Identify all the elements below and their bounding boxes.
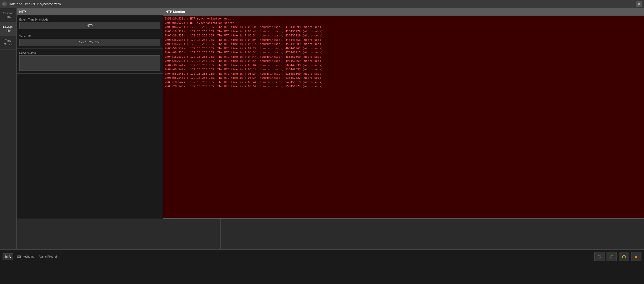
- status-orange-btn[interactable]: ▶: [631, 252, 641, 261]
- status-icons: ⬡ ⬡ ⬡ ▶: [594, 252, 641, 261]
- server-name-section: Server Name: [17, 49, 163, 74]
- server-ip-section: Server IP 172.16.250.155: [17, 32, 163, 49]
- status-green-btn[interactable]: ⬡: [607, 252, 617, 261]
- monitor-line-10: 7h04m28.539s : 172.16.250.155: The UTC t…: [165, 59, 642, 63]
- monitor-line-7: 7h03m58.537s : 172.16.250.155: The UTC t…: [165, 46, 642, 51]
- monitor-line-4: 7h03m28.531s : 172.16.250.155: The UTC t…: [165, 34, 642, 38]
- main-layout: Session Time Daylight Info Time Server N…: [0, 8, 644, 249]
- window-icon: ⏱: [2, 2, 7, 6]
- monitor-line-8: 7h04m08.538s : 172.16.250.155: The UTC t…: [165, 51, 642, 55]
- monitor-line-13: 7h04m58.543s : 172.16.250.155: The UTC t…: [165, 72, 642, 76]
- ntp-monitor-panel: NTP Monitor 6h59m20.519s : NTP synchroni…: [163, 8, 644, 219]
- monitor-line-14: 7h05m08.545s : 172.16.250.155: The UTC t…: [165, 76, 642, 80]
- keyboard-icon: ⌨: [17, 255, 21, 258]
- monitor-line-15: 7h05m18.547s : 172.16.250.155: The UTC t…: [165, 80, 642, 85]
- sidebar: Session Time Daylight Info Time Server: [0, 8, 17, 249]
- sidebar-item-session-time[interactable]: Session Time: [0, 8, 16, 22]
- sidebar-item-time-server[interactable]: Time Server: [0, 36, 16, 50]
- extern-timesync-value: NTP: [19, 22, 160, 29]
- sidebar-item-daylight-info[interactable]: Daylight Info: [0, 22, 16, 36]
- monitor-line-0: 6h59m20.519s : NTP synchronization ends: [165, 17, 642, 21]
- title-bar: ⏱ Date and Time (NTP synchronized) ✕: [0, 0, 644, 8]
- keyboard-indicator: ⌨ keyboard: [17, 255, 34, 258]
- logo: M A: [3, 253, 13, 260]
- monitor-line-11: 7h04m38.541s : 172.16.250.155: The UTC t…: [165, 63, 642, 68]
- monitor-line-2: 7h03m08.528s : 172.16.250.155: The UTC t…: [165, 25, 642, 30]
- monitor-line-5: 7h03m38.533s : 172.16.250.155: The UTC t…: [165, 38, 642, 42]
- user-indicator: Admin[Fixture]>: [39, 255, 58, 258]
- footer-right-panel: [221, 219, 644, 249]
- status-bar: M A ⌨ keyboard Admin[Fixture]> ⬡ ⬡ ⬡ ▶: [0, 249, 644, 263]
- title-bar-left: ⏱ Date and Time (NTP synchronized): [2, 2, 61, 6]
- monitor-line-12: 7h04m48.542s : 172.16.250.155: The UTC t…: [165, 67, 642, 72]
- ntp-monitor-log[interactable]: 6h59m20.519s : NTP synchronization ends7…: [163, 15, 644, 219]
- ntp-panel-header: NTP: [17, 8, 163, 15]
- network-icon-btn[interactable]: ⬡: [594, 252, 604, 261]
- ntp-monitor-header: NTP Monitor: [163, 8, 644, 15]
- panels: NTP Extern TimeSync Mode NTP Server IP 1…: [17, 8, 644, 219]
- monitor-line-3: 7h03m18.529s : 172.16.250.155: The UTC t…: [165, 30, 642, 34]
- footer-panels: [17, 219, 644, 249]
- extern-timesync-label: Extern TimeSync Mode: [19, 18, 160, 21]
- status-yellow-btn[interactable]: ⬡: [619, 252, 629, 261]
- footer-left-panel: [17, 219, 221, 249]
- server-ip-value: 172.16.250.155: [19, 39, 160, 46]
- monitor-line-9: 7h04m18.539s : 172.16.250.155: The UTC t…: [165, 55, 642, 59]
- monitor-line-6: 7h03m48.535s : 172.16.250.155: The UTC t…: [165, 42, 642, 46]
- content-area: NTP Extern TimeSync Mode NTP Server IP 1…: [17, 8, 644, 249]
- extern-timesync-section: Extern TimeSync Mode NTP: [17, 15, 163, 32]
- monitor-line-16: 7h05m28.548s : 172.16.250.155: The UTC t…: [165, 84, 642, 89]
- server-name-value: [19, 55, 160, 71]
- ntp-panel: NTP Extern TimeSync Mode NTP Server IP 1…: [17, 8, 163, 219]
- close-button[interactable]: ✕: [636, 1, 642, 7]
- keyboard-label: keyboard: [23, 255, 34, 258]
- server-ip-label: Server IP: [19, 35, 160, 38]
- window-title: Date and Time (NTP synchronized): [9, 2, 61, 6]
- monitor-line-1: 7h03m08.527s : NTP synchronization start…: [165, 21, 642, 25]
- server-name-label: Server Name: [19, 51, 160, 54]
